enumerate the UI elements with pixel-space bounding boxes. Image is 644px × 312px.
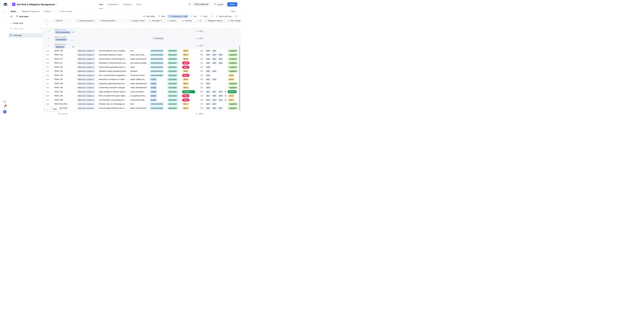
cell-phase[interactable]: Operation bbox=[166, 73, 181, 77]
cell-severity[interactable]: Minor bbox=[181, 69, 196, 73]
linked-record-chip[interactable]: Metro line 3 phase 3 bbox=[77, 57, 95, 61]
cell-project[interactable]: Metro line 3 phase 3 bbox=[76, 86, 98, 90]
row-number-cell[interactable]: 134 bbox=[44, 94, 53, 98]
cell-id[interactable]: RISK-155 bbox=[53, 94, 76, 98]
cell-receptor[interactable]: water environment bbox=[129, 57, 148, 61]
cell-rtype[interactable]: social bbox=[148, 86, 166, 90]
cell-measures[interactable]: M62M63M64M65 bbox=[204, 98, 226, 102]
linked-record-chip[interactable]: M82 bbox=[205, 53, 211, 56]
cell-rtype[interactable]: social bbox=[148, 90, 166, 94]
table-tab-risks[interactable]: Risks bbox=[9, 10, 20, 13]
launch-button[interactable]: Launch bbox=[212, 2, 226, 7]
linked-record-chip[interactable]: M70 bbox=[224, 94, 226, 97]
cell-phase[interactable]: Operation bbox=[166, 69, 181, 73]
linked-record-chip[interactable]: M64 bbox=[218, 90, 224, 93]
cell-measures[interactable]: M85M86M87 bbox=[204, 106, 226, 110]
cell-project[interactable]: Metro line 3 phase 3 bbox=[76, 90, 98, 94]
cell-id[interactable]: RISK-142 bbox=[53, 78, 76, 82]
row-number-cell[interactable]: 130 bbox=[44, 78, 53, 82]
cell-severity[interactable]: Minor bbox=[181, 106, 196, 110]
linked-record-chip[interactable]: M81 bbox=[212, 49, 217, 52]
cell-project[interactable]: Metro line 3 phase 3 bbox=[76, 78, 98, 82]
tools-button[interactable]: Tools bbox=[231, 10, 237, 13]
cell-project[interactable]: Metro line 3 phase 3 bbox=[76, 98, 98, 102]
cell-category[interactable]: positive bbox=[226, 90, 241, 94]
cell-receptor[interactable]: Visual and functional in... bbox=[129, 73, 148, 77]
cell-desc[interactable]: Soil disturbance due to leakage/vibratio… bbox=[98, 49, 129, 53]
column-header-category[interactable]: Risk Category bbox=[226, 19, 241, 23]
row-number-cell[interactable]: 135 bbox=[44, 98, 53, 102]
cell-r[interactable]: 2.0 bbox=[196, 69, 204, 73]
column-header-severity[interactable]: Severity bbox=[181, 19, 196, 23]
row-number-cell[interactable]: 125 bbox=[44, 57, 53, 61]
sidebar-view-grid[interactable]: Grid view bbox=[8, 33, 43, 38]
cell-id[interactable]: RISK-112 bbox=[53, 57, 76, 61]
linked-record-chip[interactable]: M86 bbox=[212, 107, 217, 110]
linked-record-chip[interactable]: Metro line 3 phase 3 bbox=[77, 62, 95, 65]
cell-desc[interactable]: Reduction of reliance on other means o..… bbox=[98, 78, 129, 82]
linked-record-chip[interactable]: M85 bbox=[205, 58, 211, 60]
row-height-button[interactable] bbox=[209, 15, 214, 18]
cell-project[interactable]: Metro line 3 phase 3 bbox=[76, 65, 98, 69]
share-button[interactable]: Share bbox=[227, 2, 237, 7]
view-settings-gear-icon[interactable] bbox=[40, 28, 42, 30]
row-number-cell[interactable]: 124 bbox=[44, 53, 53, 57]
cell-phase[interactable]: Operation bbox=[166, 102, 181, 106]
row-number-cell[interactable]: 128 bbox=[44, 69, 53, 73]
cell-r[interactable]: 2.0 bbox=[196, 78, 204, 82]
cell-measures[interactable]: M58 bbox=[204, 82, 226, 86]
linked-record-chip[interactable]: Metro line 3 phase 3 bbox=[77, 78, 95, 81]
linked-record-chip[interactable]: M80 bbox=[205, 103, 211, 105]
linked-record-chip[interactable]: Metro line 3 phase 3 bbox=[77, 82, 95, 85]
cell-receptor[interactable]: socio-economic effect bbox=[129, 90, 148, 94]
cell-r[interactable]: 2.0 bbox=[196, 49, 204, 53]
cell-severity[interactable]: Minor bbox=[181, 82, 196, 86]
cell-phase[interactable]: Operation bbox=[166, 90, 181, 94]
notifications-button[interactable]: 1 bbox=[3, 105, 6, 108]
tab-interfaces[interactable]: Interfaces bbox=[123, 0, 132, 9]
cell-rtype[interactable]: environmental bbox=[148, 49, 166, 53]
cell-project[interactable]: Metro line 3 phase 3 bbox=[76, 94, 98, 98]
cell-r[interactable]: 2.0 bbox=[196, 53, 204, 57]
linked-record-chip[interactable]: M69 bbox=[218, 94, 224, 97]
sort-button[interactable]: Sort bbox=[189, 15, 198, 18]
cell-id[interactable]: RISK-125 bbox=[53, 69, 76, 73]
group-expand-icon[interactable] bbox=[48, 30, 50, 32]
cell-category[interactable]: negligible bbox=[226, 61, 241, 65]
cell-phase[interactable]: Operation bbox=[166, 65, 181, 69]
cell-rtype[interactable]: environmental bbox=[148, 61, 166, 65]
cell-severity[interactable]: Major bbox=[181, 61, 196, 65]
base-title-group[interactable]: EIA Risk & Mitigation Management bbox=[12, 3, 57, 6]
linked-record-chip[interactable]: Metro line 3 phase 3 bbox=[77, 74, 95, 77]
find-view-input[interactable]: Find a view bbox=[10, 27, 42, 31]
add-or-import-button[interactable]: + Add or import bbox=[58, 10, 72, 13]
vertical-scrollbar[interactable] bbox=[239, 46, 240, 111]
linked-record-chip[interactable]: Metro line 3 phase 3 bbox=[77, 66, 95, 69]
cell-id[interactable]: RISK-156 bbox=[53, 98, 76, 102]
linked-record-chip[interactable]: M88 bbox=[205, 70, 211, 73]
filter-button[interactable]: Filter bbox=[157, 15, 166, 18]
cell-project[interactable]: metro line 4 phase 1 bbox=[76, 102, 98, 106]
column-header-measures[interactable]: Mitigation Measures bbox=[204, 19, 226, 23]
cell-category[interactable]: negligible bbox=[226, 106, 241, 110]
cell-category[interactable]: negligible bbox=[226, 65, 241, 69]
group-button[interactable]: Grouped by 1 field bbox=[167, 15, 188, 18]
cell-id[interactable]: RISK-105 bbox=[53, 49, 76, 53]
cell-rtype[interactable]: environmental bbox=[148, 102, 166, 106]
linked-record-chip[interactable]: M80 bbox=[205, 49, 211, 52]
row-number-cell[interactable]: 126 bbox=[44, 61, 53, 65]
cell-severity[interactable]: Minor bbox=[181, 53, 196, 57]
cell-r[interactable]: 1.0 bbox=[196, 73, 204, 77]
cell-category[interactable]: minor bbox=[226, 98, 241, 102]
cell-measures[interactable]: M85M86M87 bbox=[204, 57, 226, 61]
linked-record-chip[interactable]: M58 bbox=[205, 74, 211, 77]
linked-record-chip[interactable]: Metro line 3 phase 3 bbox=[77, 90, 95, 93]
cell-project[interactable]: Metro line 3 phase 3 bbox=[76, 53, 98, 57]
cell-r[interactable]: 2.0 bbox=[196, 102, 204, 106]
cell-severity[interactable]: Minor bbox=[181, 102, 196, 106]
cell-project[interactable]: Metro line 3 phase 3 bbox=[76, 82, 98, 86]
cell-phase[interactable]: Operation bbox=[166, 49, 181, 53]
cell-desc[interactable]: Noise during operating hours of metro bbox=[98, 65, 129, 69]
cell-receptor[interactable]: Water environment bbox=[129, 106, 148, 110]
linked-record-chip[interactable]: M83 bbox=[212, 53, 217, 56]
